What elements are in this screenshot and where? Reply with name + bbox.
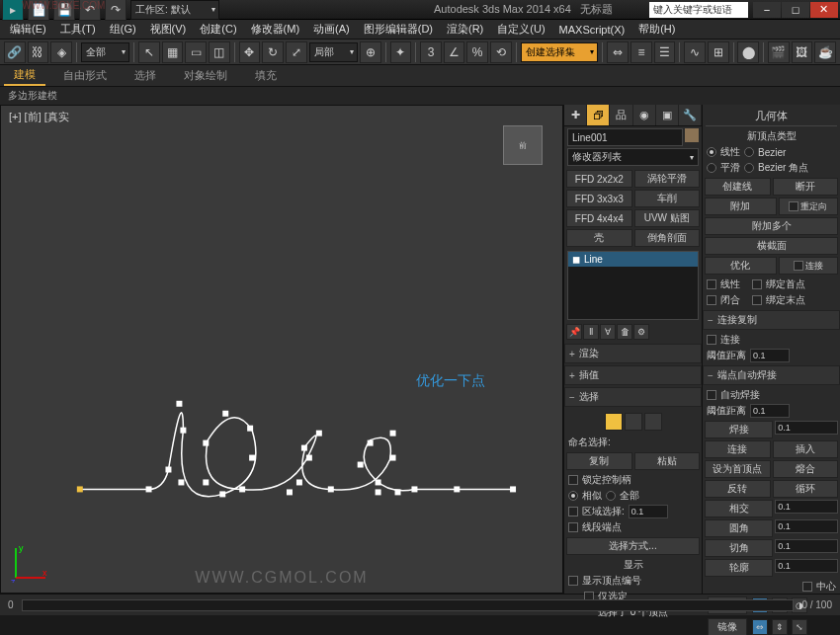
bind-icon[interactable]: ◈ [50, 41, 72, 63]
fillet-button[interactable]: 圆角 [705, 519, 773, 537]
select-by-button[interactable]: 选择方式... [566, 537, 700, 555]
select-icon[interactable]: ↖ [138, 41, 160, 63]
center-check[interactable] [802, 582, 812, 592]
linear2-check[interactable] [707, 279, 716, 289]
rotate-icon[interactable]: ↻ [262, 41, 284, 63]
schematic-icon[interactable]: ⊞ [708, 41, 729, 63]
insert-button[interactable]: 插入 [773, 440, 839, 458]
outline-button[interactable]: 轮廓 [705, 559, 773, 577]
make-first-button[interactable]: 设为首顶点 [705, 460, 771, 478]
fillet-spinner[interactable]: 0.1 [775, 519, 838, 533]
spinner-snap-icon[interactable]: ⟲ [490, 41, 512, 63]
object-color-swatch[interactable] [685, 128, 699, 142]
crossins-spinner[interactable]: 0.1 [775, 500, 838, 514]
menu-maxscript[interactable]: MAXScript(X) [553, 22, 631, 38]
similar-radio[interactable] [568, 491, 578, 501]
modify-tab-icon[interactable]: 🗇 [587, 105, 610, 125]
named-sel-dropdown[interactable]: 创建选择集 [521, 42, 599, 62]
object-name-field[interactable]: Line001 [567, 128, 683, 146]
seg-end-check[interactable] [568, 522, 578, 532]
menu-create[interactable]: 创建(C) [194, 20, 242, 39]
spline-level-button[interactable] [644, 413, 662, 431]
mirror-v-icon[interactable]: ⇕ [772, 619, 788, 635]
all-radio[interactable] [606, 491, 616, 501]
time-slider[interactable] [22, 599, 795, 611]
create-tab-icon[interactable]: ✚ [564, 105, 587, 125]
utility-tab-icon[interactable]: 🔧 [679, 105, 702, 125]
ffd2-button[interactable]: FFD 2x2x2 [566, 170, 632, 188]
menu-render[interactable]: 渲染(R) [441, 20, 489, 39]
modifier-stack[interactable]: ◼Line [567, 251, 699, 320]
thresh-spinner[interactable]: 0.1 [750, 349, 790, 362]
menu-edit[interactable]: 编辑(E) [4, 20, 52, 39]
hierarchy-tab-icon[interactable]: 品 [610, 105, 632, 125]
select-name-icon[interactable]: ▦ [162, 41, 184, 63]
menu-graph[interactable]: 图形编辑器(D) [358, 20, 439, 39]
config-icon[interactable]: ⚙ [633, 324, 649, 340]
break-button[interactable]: 断开 [773, 178, 839, 196]
viewport-cube[interactable]: 前 [503, 125, 543, 165]
area-sel-spinner[interactable]: 0.1 [629, 505, 668, 518]
link-icon[interactable]: 🔗 [4, 41, 26, 63]
paste-sel-button[interactable]: 粘贴 [634, 452, 701, 470]
lathe-button[interactable]: 车削 [634, 190, 701, 207]
ffd4-button[interactable]: FFD 4x4x4 [566, 209, 632, 227]
snap-3d-icon[interactable]: 3 [420, 41, 442, 63]
linear-radio[interactable] [707, 147, 716, 157]
render-setup-icon[interactable]: 🎬 [768, 41, 790, 63]
menu-view[interactable]: 视图(V) [144, 20, 193, 39]
stack-item-line[interactable]: ◼Line [568, 252, 698, 267]
bevel-button[interactable]: 倒角剖面 [634, 229, 701, 247]
curve-editor-icon[interactable]: ∿ [684, 41, 706, 63]
coord-dropdown[interactable]: 局部 [309, 42, 358, 62]
lock-handles-check[interactable] [568, 475, 578, 485]
optimize-button[interactable]: 优化 [705, 257, 777, 275]
show-end-icon[interactable]: Ⅱ [583, 324, 599, 340]
bind-first-check[interactable] [752, 279, 762, 289]
cross-sect-button[interactable]: 横截面 [705, 237, 838, 255]
menu-tools[interactable]: 工具(T) [54, 20, 102, 39]
tab-freeform[interactable]: 自由形式 [53, 66, 117, 85]
close-button[interactable]: ✕ [810, 2, 838, 18]
move-icon[interactable]: ✥ [239, 41, 261, 63]
viewport-front[interactable]: [+] [前] [真实 优化一下 [0, 105, 563, 594]
copy-sel-button[interactable]: 复制 [566, 452, 632, 470]
weld-button[interactable]: 焊接 [705, 421, 773, 438]
create-line-button[interactable]: 创建线 [705, 178, 771, 196]
show-vert-num-check[interactable] [568, 576, 578, 586]
pivot-icon[interactable]: ⊕ [360, 41, 381, 63]
rollout-interp[interactable]: 插值 [564, 365, 702, 385]
menu-help[interactable]: 帮助(H) [632, 20, 681, 39]
app-icon[interactable]: ▸ [2, 0, 24, 21]
redo-icon[interactable]: ↷ [105, 0, 126, 21]
conn-copy-hdr[interactable]: 连接复制 [703, 310, 840, 330]
closed-check[interactable] [707, 295, 716, 305]
window-crossing-icon[interactable]: ◫ [209, 41, 230, 63]
ffd3-button[interactable]: FFD 3x3x3 [566, 190, 632, 207]
maximize-button[interactable]: □ [782, 2, 809, 18]
tab-modeling[interactable]: 建模 [4, 65, 45, 86]
bezier-radio[interactable] [744, 147, 754, 157]
select-rect-icon[interactable]: ▭ [185, 41, 207, 63]
remove-mod-icon[interactable]: 🗑 [617, 324, 632, 340]
menu-animation[interactable]: 动画(A) [307, 20, 356, 39]
shell-button[interactable]: 壳 [566, 229, 632, 247]
tab-paint[interactable]: 对象绘制 [174, 66, 237, 85]
menu-group[interactable]: 组(G) [104, 20, 142, 39]
tab-populate[interactable]: 填充 [245, 66, 287, 85]
reverse-button[interactable]: 反转 [705, 480, 771, 498]
chamfer-button[interactable]: 切角 [705, 539, 773, 557]
rollout-render[interactable]: 渲染 [564, 344, 702, 363]
bezier-corner-radio[interactable] [744, 163, 754, 173]
workspace-dropdown[interactable]: 工作区: 默认 [130, 0, 219, 20]
pct-snap-icon[interactable]: % [466, 41, 488, 63]
viewport-label[interactable]: [+] [前] [真实 [9, 110, 69, 124]
weld-dist-spinner[interactable]: 0.1 [750, 404, 790, 418]
motion-tab-icon[interactable]: ◉ [633, 105, 656, 125]
uvw-button[interactable]: UVW 贴图 [634, 209, 701, 227]
mirror-h-icon[interactable]: ⇔ [752, 619, 768, 635]
render-icon[interactable]: ☕ [814, 41, 836, 63]
scale-icon[interactable]: ⤢ [286, 41, 307, 63]
outline-spinner[interactable]: 0.1 [775, 559, 838, 573]
minimize-button[interactable]: − [753, 2, 781, 18]
